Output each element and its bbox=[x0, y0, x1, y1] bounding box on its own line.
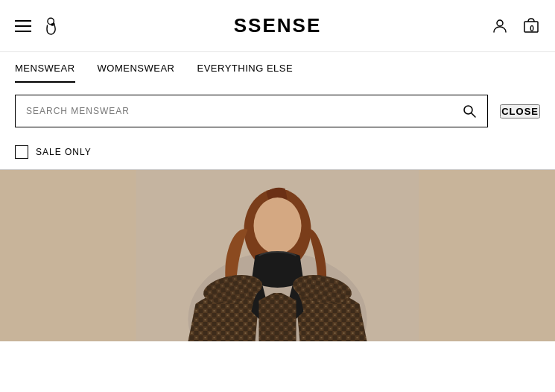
close-button[interactable]: CLOSE bbox=[500, 104, 540, 118]
product-illustration bbox=[0, 170, 555, 341]
nav-item-everything-else[interactable]: EVERYTHING ELSE bbox=[197, 63, 294, 83]
svg-line-4 bbox=[472, 113, 475, 117]
header: SSENSE 0 bbox=[0, 0, 555, 52]
touch-cursor-icon[interactable] bbox=[42, 16, 63, 37]
nav-item-menswear[interactable]: MENSWEAR bbox=[15, 63, 75, 83]
search-submit-icon[interactable] bbox=[462, 104, 477, 118]
svg-point-3 bbox=[464, 106, 472, 114]
bag-count: 0 bbox=[530, 24, 534, 32]
header-right: 0 bbox=[491, 16, 540, 37]
filter-row: SALE ONLY bbox=[0, 139, 555, 170]
svg-point-1 bbox=[497, 20, 503, 26]
search-box bbox=[15, 95, 488, 127]
account-icon[interactable] bbox=[491, 17, 509, 35]
sale-only-checkbox[interactable] bbox=[15, 145, 28, 159]
search-row: CLOSE bbox=[0, 83, 555, 139]
bag-button[interactable]: 0 bbox=[522, 16, 540, 37]
header-left bbox=[15, 16, 63, 37]
main-nav: MENSWEAR WOMENSWEAR EVERYTHING ELSE bbox=[0, 52, 555, 83]
product-image-area bbox=[0, 170, 555, 341]
site-logo[interactable]: SSENSE bbox=[234, 14, 322, 37]
hamburger-icon[interactable] bbox=[15, 20, 31, 32]
nav-item-womenswear[interactable]: WOMENSWEAR bbox=[98, 63, 175, 83]
svg-point-8 bbox=[254, 197, 302, 254]
sale-only-label[interactable]: SALE ONLY bbox=[36, 147, 92, 157]
search-input[interactable] bbox=[26, 106, 462, 116]
